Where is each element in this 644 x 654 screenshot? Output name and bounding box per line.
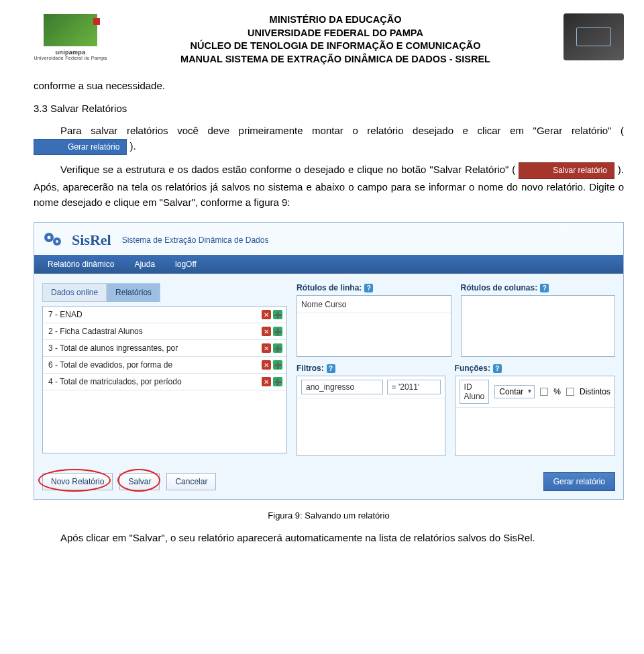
paragraph-1-b: ). [130,140,136,152]
row-field-item[interactable]: Nome Curso [297,296,451,313]
delete-icon[interactable]: ✕ [262,360,271,370]
app-menu-bar: Relatório dinâmico Ajuda logOff [34,255,623,274]
rows-label: Rótulos de linha: ? [297,283,451,292]
report-label: 3 - Total de alunos ingressantes, por [43,340,262,356]
header-line-1: MINISTÉRIO DA EDUCAÇÃO [114,13,557,27]
filters-box[interactable]: ano_ingresso = '2011' [297,376,445,456]
header-line-2: UNIVERSIDADE FEDERAL DO PAMPA [114,27,557,40]
add-icon[interactable]: ➕ [273,327,282,336]
menu-ajuda[interactable]: Ajuda [126,255,163,274]
delete-icon[interactable]: ✕ [262,310,271,319]
sisrel-app-window: SisRel Sistema de Extração Dinâmica de D… [34,222,624,500]
app-footer-bar: Novo Relatório Salvar Cancelar Gerar rel… [34,466,623,499]
function-line[interactable]: ID Aluno Contar % Distintos [455,376,614,408]
ntic-logo [564,13,624,60]
menu-relatorio-dinamico[interactable]: Relatório dinâmico [40,255,122,274]
report-label: 2 - Ficha Cadastral Alunos [43,323,262,339]
list-item[interactable]: 3 - Total de alunos ingressantes, por ✕ … [43,340,286,357]
document-header: unipampa Universidade Federal do Pampa M… [34,13,624,66]
add-icon[interactable]: ➕ [273,377,282,386]
list-item[interactable]: 4 - Total de matriculados, por período ✕… [43,374,286,390]
menu-logoff[interactable]: logOff [167,255,205,274]
app-subtitle: Sistema de Extração Dinâmica de Dados [122,235,269,245]
unipampa-logo-caption: unipampa Universidade Federal do Pampa [34,49,107,60]
header-title-block: MINISTÉRIO DA EDUCAÇÃO UNIVERSIDADE FEDE… [114,13,557,66]
help-icon[interactable]: ? [540,284,549,292]
filter-line[interactable]: ano_ingresso = '2011' [297,376,445,398]
tab-relatorios[interactable]: Relatórios [107,283,160,302]
figure-caption: Figura 9: Salvando um relatório [34,510,624,521]
tab-dados-online[interactable]: Dados online [42,283,107,302]
delete-icon[interactable]: ✕ [262,377,271,386]
unipampa-logo-mark [44,14,97,46]
app-titlebar: SisRel Sistema de Extração Dinâmica de D… [34,223,623,255]
list-item[interactable]: 7 - ENAD ✕ ➕ [43,307,286,323]
salvar-button[interactable]: Salvar [119,473,160,490]
cols-label: Rótulos de colunas: ? [461,283,616,292]
right-panel: Rótulos de linha: ? Nome Curso Rótulos d… [297,283,615,456]
help-icon[interactable]: ? [327,364,335,373]
rows-box[interactable]: Nome Curso [297,295,451,357]
list-item[interactable]: 2 - Ficha Cadastral Alunos ✕ ➕ [43,323,286,340]
paragraph-2-a: Verifique se a estrutura e os dados estã… [60,164,515,175]
svg-point-3 [56,240,58,243]
closing-paragraph-wrap: Após clicar em "Salvar", o seu relatório… [34,530,624,545]
add-icon[interactable]: ➕ [273,343,282,353]
functions-box[interactable]: ID Aluno Contar % Distintos [455,376,615,456]
paragraph-continuation: conforme a sua necessidade. [34,78,624,93]
delete-icon[interactable]: ✕ [262,327,271,336]
func-agg-dropdown[interactable]: Contar [494,385,535,398]
header-line-3: NÚCLEO DE TENOLOGIA DE INFORMAÇÃO E COMU… [114,40,557,53]
report-label: 7 - ENAD [43,307,262,323]
document-body: conforme a sua necessidade. 3.3 Salvar R… [34,78,624,210]
novo-relatorio-button[interactable]: Novo Relatório [42,473,113,490]
cancelar-button[interactable]: Cancelar [166,473,216,490]
app-logo-icon [41,228,65,252]
unipampa-logo: unipampa Universidade Federal do Pampa [34,13,107,60]
paragraph-1: Para salvar relatórios você deve primeir… [34,123,624,156]
func-field[interactable]: ID Aluno [460,380,490,404]
pct-checkbox[interactable] [540,388,548,396]
list-item[interactable]: 6 - Total de evadidos, por forma de ✕ ➕ [43,357,286,374]
filters-label: Filtros: ? [297,364,445,373]
filter-field[interactable]: ano_ingresso [301,380,383,394]
saved-reports-list[interactable]: 7 - ENAD ✕ ➕ 2 - Ficha Cadastral Alunos … [42,306,287,453]
add-icon[interactable]: ➕ [273,310,282,319]
app-body: Dados online Relatórios 7 - ENAD ✕ ➕ [34,274,623,466]
paragraph-1-a: Para salvar relatórios você deve primeir… [60,125,624,136]
gerar-relatorio-inline-button: Gerar relatório [34,139,127,156]
report-label: 6 - Total de evadidos, por forma de [43,357,262,373]
distinct-label: Distintos [580,387,610,396]
app-title: SisRel [72,231,111,249]
report-label: 4 - Total de matriculados, por período [43,374,262,390]
help-icon[interactable]: ? [493,364,502,373]
section-heading-3-3: 3.3 Salvar Relatórios [34,101,624,116]
header-line-4: MANUAL SISTEMA DE EXTRAÇÃO DINÂMICA DE D… [114,53,557,66]
distinct-checkbox[interactable] [566,388,574,396]
svg-point-2 [48,236,51,239]
delete-icon[interactable]: ✕ [262,343,271,353]
add-icon[interactable]: ➕ [273,360,282,370]
filter-op[interactable]: = '2011' [387,380,441,394]
left-panel: Dados online Relatórios 7 - ENAD ✕ ➕ [42,283,287,456]
left-tabs: Dados online Relatórios [42,283,287,302]
help-icon[interactable]: ? [364,284,373,292]
paragraph-3: Após clicar em "Salvar", o seu relatório… [34,530,624,545]
cols-box[interactable] [461,295,616,357]
salvar-relatorio-inline-button: Salvar relatório [519,162,614,179]
funcs-label: Funções: ? [455,364,615,373]
paragraph-2: Verifique se a estrutura e os dados estã… [34,162,624,210]
figure-9: SisRel Sistema de Extração Dinâmica de D… [34,222,624,521]
gerar-relatorio-button[interactable]: Gerar relatório [543,472,615,491]
pct-label: % [553,387,561,396]
